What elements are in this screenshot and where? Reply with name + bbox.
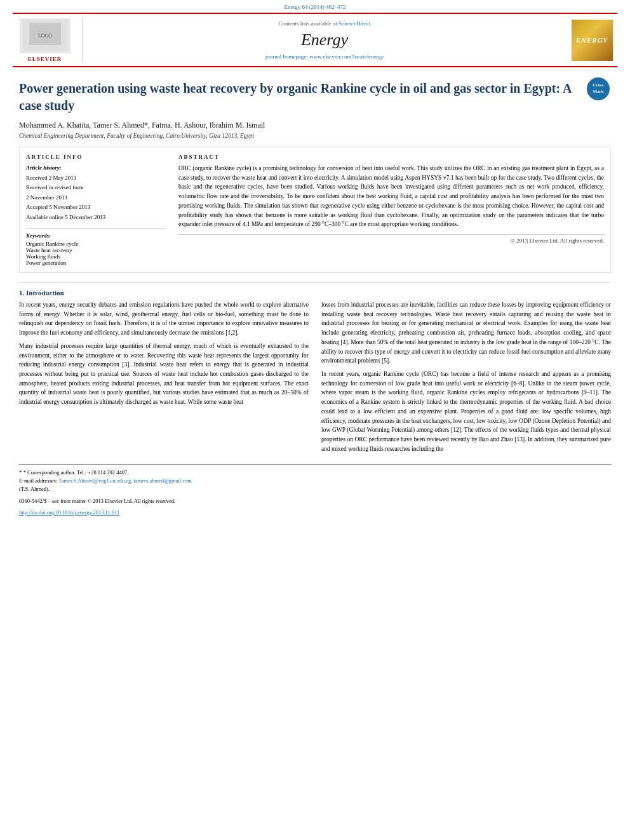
intro-section-title: Introduction <box>26 289 64 297</box>
copyright-line: © 2013 Elsevier Ltd. All rights reserved… <box>178 234 604 244</box>
email-label: E-mail addresses: <box>19 477 57 484</box>
abstract-label: ABSTRACT <box>178 154 604 160</box>
footnote-area: * * Corresponding author. Tel.: +20 114 … <box>19 464 611 517</box>
section-divider <box>19 282 611 283</box>
email-addresses[interactable]: Tamer.S.Ahmed@eng1.cu.edu.eg, tamers.ahm… <box>58 477 192 484</box>
received-revised-date: 2 November 2013 <box>26 194 166 203</box>
footnote-email-line: E-mail addresses: Tamer.S.Ahmed@eng1.cu.… <box>19 477 611 485</box>
intro-col-right: losses from industrial processes are ine… <box>321 300 611 458</box>
svg-text:Mark: Mark <box>593 89 603 94</box>
issn-line: 0360-5442/$ – see front matter © 2013 El… <box>19 497 611 505</box>
elsevier-brand-name: ELSEVIER <box>28 56 62 62</box>
keywords-heading: Keywords: <box>26 232 166 239</box>
elsevier-logo: LOGO ELSEVIER <box>13 18 83 62</box>
article-history: Article history: Received 2 May 2013 Rec… <box>26 164 166 222</box>
keywords-block: Keywords: Organic Rankine cycle Waste he… <box>26 228 166 266</box>
received-revised-label: Received in revised form <box>26 183 166 192</box>
intro-body: In recent years, energy security debates… <box>19 300 611 458</box>
footnote-star: * * Corresponding author. Tel.: +20 114 … <box>19 469 611 477</box>
journal-homepage: journal homepage: www.elsevier.com/locat… <box>265 53 384 60</box>
accepted-date: Accepted 5 November 2013 <box>26 203 166 212</box>
affiliation: Chemical Engineering Department, Faculty… <box>19 133 611 139</box>
journal-logo-right: ENERGY <box>566 18 617 62</box>
abstract-column: ABSTRACT ORC (organic Rankine cycle) is … <box>178 154 604 266</box>
abstract-text: ORC (organic Rankine cycle) is a promisi… <box>178 164 604 229</box>
article-info-label: ARTICLE INFO <box>26 154 166 160</box>
science-direct-link[interactable]: ScienceDirect <box>338 20 370 27</box>
received-date: Received 2 May 2013 <box>26 174 166 183</box>
intro-col-left: In recent years, energy security debates… <box>19 300 309 458</box>
intro-p3: losses from industrial processes are ine… <box>321 300 611 366</box>
journal-url[interactable]: www.elsevier.com/locate/energy <box>309 53 384 60</box>
keyword-2: Waste heat recovery <box>26 247 166 253</box>
crossmark-badge[interactable]: Cross Mark <box>586 76 611 102</box>
doi-link[interactable]: http://dx.doi.org/10.1016/j.energy.2013.… <box>19 509 119 516</box>
doi-link-line: http://dx.doi.org/10.1016/j.energy.2013.… <box>19 509 611 517</box>
svg-text:LOGO: LOGO <box>37 33 51 39</box>
article-info-column: ARTICLE INFO Article history: Received 2… <box>26 154 166 266</box>
intro-p1: In recent years, energy security debates… <box>19 300 309 338</box>
paper-title: Power generation using waste heat recove… <box>19 80 611 114</box>
energy-logo: ENERGY <box>572 20 613 61</box>
svg-text:Cross: Cross <box>593 83 604 88</box>
intro-p2: Many industrial processes require large … <box>19 342 309 407</box>
journal-name: Energy <box>301 30 348 50</box>
journal-center: Contents lists available at ScienceDirec… <box>83 18 566 62</box>
keyword-3: Working fluids <box>26 253 166 260</box>
elsevier-logo-image: LOGO <box>20 18 70 53</box>
intro-heading: 1. Introduction <box>19 289 611 297</box>
authors-line: Mohammed A. Khatita, Tamer S. Ahmed*, Fa… <box>19 121 611 130</box>
crossmark-icon: Cross Mark <box>586 76 611 102</box>
article-info-abstract: ARTICLE INFO Article history: Received 2… <box>19 147 611 273</box>
intro-section-num: 1. <box>19 289 24 297</box>
footnote-name-note: (T.S. Ahmed). <box>19 485 611 493</box>
elsevier-tree-icon: LOGO <box>23 20 67 51</box>
footnote-star-symbol: * <box>19 469 22 476</box>
available-online: Available online 5 December 2013 <box>26 213 166 222</box>
history-heading: Article history: <box>26 164 62 171</box>
journal-reference: Energy 64 (2014) 462–472 <box>0 0 630 13</box>
journal-header: LOGO ELSEVIER Contents lists available a… <box>13 13 617 67</box>
intro-p4: In recent years, organic Rankine cycle (… <box>321 370 611 453</box>
keyword-1: Organic Rankine cycle <box>26 241 166 247</box>
paper-body: Cross Mark Power generation using waste … <box>0 67 630 530</box>
keyword-4: Power generation <box>26 260 166 266</box>
science-direct-line: Contents lists available at ScienceDirec… <box>279 20 371 27</box>
footnote-corresponding-note: * Corresponding author. Tel.: +20 114 29… <box>23 469 129 476</box>
